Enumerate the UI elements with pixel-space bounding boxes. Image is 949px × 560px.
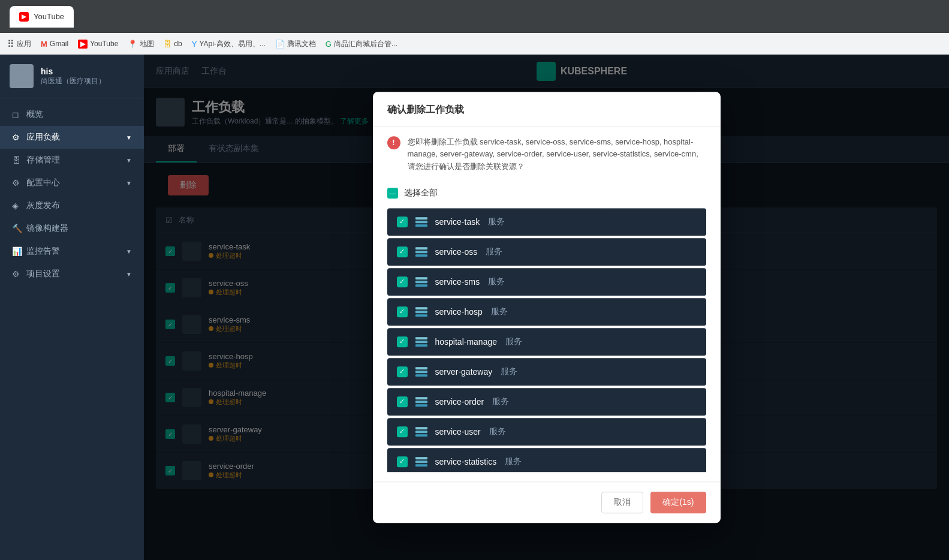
svg-rect-13 [415,341,427,343]
svg-rect-0 [415,217,427,219]
select-all-checkbox[interactable]: — [387,188,398,198]
service-layers-icon [415,455,428,468]
bookmark-yapi-label: YApi-高效、易用、... [199,39,265,49]
svg-rect-18 [415,397,427,399]
service-item-sms[interactable]: ✓ service-sms 服务 [387,268,706,296]
dialog-title: 确认删除工作负载 [387,104,464,115]
sidebar-item-image-builder[interactable]: 🔨 镜像构建器 [0,217,144,240]
service-item-hosp[interactable]: ✓ service-hosp 服务 [387,298,706,326]
svg-rect-22 [415,430,427,433]
sidebar-item-label: 监控告警 [26,246,60,257]
workload-icon: ⚙ [12,133,22,142]
service-name: service-hosp [435,307,483,317]
service-list: ✓ service-task 服务 ✓ [387,208,706,472]
service-type: 服务 [505,456,522,467]
warning-icon: ! [387,136,400,149]
service-checkbox[interactable]: ✓ [397,306,408,317]
cancel-button[interactable]: 取消 [601,492,643,513]
service-checkbox[interactable]: ✓ [397,426,408,437]
service-type: 服务 [489,426,506,437]
sidebar-item-grayscale[interactable]: ◈ 灰度发布 [0,194,144,217]
confirm-button[interactable]: 确定(1s) [650,492,706,513]
service-type: 服务 [505,336,522,347]
service-type: 服务 [488,276,505,287]
service-name: hospital-manage [435,337,498,347]
sidebar-item-project-settings[interactable]: ⚙ 项目设置 ▼ [0,263,144,285]
service-type: 服务 [492,396,509,407]
svg-rect-9 [415,307,427,309]
svg-rect-5 [415,254,427,257]
service-checkbox[interactable]: ✓ [397,246,408,257]
bookmark-maps[interactable]: 📍 地图 [128,39,154,49]
svg-rect-15 [415,367,427,369]
service-checkbox[interactable]: ✓ [397,276,408,287]
dialog-footer: 取消 确定(1s) [373,481,721,523]
svg-rect-17 [415,374,427,377]
dialog-warning-text: 您即将删除工作负载 service-task, service-oss, ser… [408,136,706,173]
select-all-row[interactable]: — 选择全部 [387,183,706,203]
youtube-favicon: ▶ [19,12,29,22]
sidebar-item-monitor[interactable]: 📊 监控告警 ▼ [0,240,144,263]
service-name: service-task [435,217,480,227]
service-checkbox[interactable]: ✓ [397,366,408,377]
bookmark-shangpin[interactable]: G 尚品汇商城后台管... [326,39,397,49]
app-container: his 尚医通（医疗项目） ◻ 概览 ⚙ 应用负载 ▼ 🗄 存储管理 ▼ ⚙ [0,55,949,560]
service-item-hospital-manage[interactable]: ✓ hospital-manage 服务 [387,328,706,356]
settings-icon: ⚙ [12,269,22,279]
service-item-statistics[interactable]: ✓ service-statistics 服务 [387,448,706,472]
monitor-icon: 📊 [12,246,22,256]
service-item-oss[interactable]: ✓ service-oss 服务 [387,238,706,266]
user-info: his 尚医通（医疗项目） [41,67,106,86]
service-name: service-statistics [435,457,497,466]
bookmark-gmail[interactable]: M Gmail [41,40,68,49]
service-checkbox[interactable]: ✓ [397,456,408,467]
svg-rect-21 [415,427,427,429]
service-checkbox[interactable]: ✓ [397,216,408,227]
service-layers-icon [415,365,428,378]
svg-rect-14 [415,344,427,347]
bookmark-apps[interactable]: ⠿ 应用 [7,38,31,50]
sidebar-item-label: 概览 [26,109,43,120]
sidebar-item-workload[interactable]: ⚙ 应用负载 ▼ [0,126,144,149]
service-item-user[interactable]: ✓ service-user 服务 [387,418,706,445]
service-item-gateway[interactable]: ✓ server-gateway 服务 [387,358,706,386]
service-name: server-gateway [435,367,493,377]
chevron-down-icon: ▼ [126,180,132,186]
chevron-down-icon: ▼ [126,157,132,164]
svg-rect-10 [415,311,427,313]
service-layers-icon [415,215,428,228]
bookmark-youtube[interactable]: ▶ YouTube [78,40,118,49]
sidebar-nav: ◻ 概览 ⚙ 应用负载 ▼ 🗄 存储管理 ▼ ⚙ 配置中心 ▼ ◈ 灰度发布 [0,98,144,560]
svg-rect-7 [415,281,427,283]
browser-tab[interactable]: ▶ YouTube [10,6,74,28]
sidebar-header: his 尚医通（医疗项目） [0,55,144,98]
svg-rect-4 [415,251,427,253]
bookmark-youtube-label: YouTube [90,40,118,48]
bookmark-db[interactable]: 🗄 db [164,40,182,49]
sidebar-item-label: 配置中心 [26,177,60,188]
bookmark-yapi[interactable]: Y YApi-高效、易用、... [192,39,266,49]
service-item-order[interactable]: ✓ service-order 服务 [387,388,706,416]
sidebar-item-label: 项目设置 [26,269,60,279]
service-item-task[interactable]: ✓ service-task 服务 [387,208,706,236]
sidebar-item-label: 应用负载 [26,132,60,143]
sidebar-item-label: 灰度发布 [26,200,60,211]
sidebar-item-overview[interactable]: ◻ 概览 [0,103,144,126]
overview-icon: ◻ [12,110,22,119]
sidebar-item-config[interactable]: ⚙ 配置中心 ▼ [0,171,144,194]
service-checkbox[interactable]: ✓ [397,336,408,347]
select-all-label: 选择全部 [404,188,438,198]
sidebar-item-label: 存储管理 [26,155,60,165]
service-checkbox[interactable]: ✓ [397,396,408,407]
service-type: 服务 [501,366,517,377]
svg-rect-6 [415,277,427,279]
bookmark-apps-label: 应用 [17,39,31,49]
service-layers-icon [415,395,428,408]
service-layers-icon [415,275,428,288]
bookmark-tencent[interactable]: 📄 腾讯文档 [275,39,316,49]
service-name: service-order [435,397,484,407]
sidebar-item-storage[interactable]: 🗄 存储管理 ▼ [0,149,144,171]
svg-rect-8 [415,284,427,287]
svg-rect-12 [415,337,427,339]
chevron-down-icon: ▼ [126,271,132,278]
